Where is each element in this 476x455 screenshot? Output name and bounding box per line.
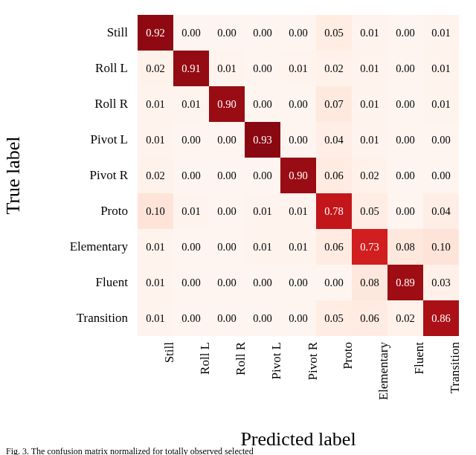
- heatmap-cell: 0.01: [352, 86, 387, 122]
- heatmap-cell: 0.00: [173, 122, 209, 158]
- heatmap-cell: 0.01: [173, 86, 209, 122]
- heatmap-cell: 0.00: [209, 229, 245, 265]
- heatmap-cell: 0.06: [316, 229, 352, 265]
- heatmap-cell: 0.00: [387, 193, 423, 229]
- heatmap-cell: 0.73: [352, 229, 387, 265]
- heatmap-cell: 0.90: [280, 158, 316, 193]
- heatmap-cell: 0.00: [245, 15, 280, 51]
- heatmap-cell: 0.00: [387, 122, 423, 158]
- x-tick-label: Proto: [316, 336, 352, 410]
- heatmap-cell: 0.00: [245, 86, 280, 122]
- heatmap-cell: 0.02: [138, 158, 173, 193]
- heatmap-cell: 0.00: [245, 300, 280, 336]
- heatmap-cell: 0.78: [316, 193, 352, 229]
- heatmap-cell: 0.01: [423, 15, 459, 51]
- x-axis-label: Predicted label: [240, 428, 356, 451]
- x-tick-label: Pivot L: [245, 336, 280, 410]
- heatmap-cell: 0.00: [209, 265, 245, 300]
- x-axis-ticks: StillRoll LRoll RPivot LPivot RProtoElem…: [138, 336, 459, 410]
- heatmap-cell: 0.00: [173, 265, 209, 300]
- heatmap-cell: 0.01: [138, 265, 173, 300]
- heatmap-cell: 0.01: [173, 193, 209, 229]
- heatmap-cell: 0.01: [280, 51, 316, 86]
- heatmap-cell: 0.01: [138, 229, 173, 265]
- x-tick-label: Still: [138, 336, 173, 410]
- heatmap-cell: 0.00: [280, 300, 316, 336]
- heatmap-cell: 0.00: [387, 15, 423, 51]
- heatmap-cell: 0.00: [423, 122, 459, 158]
- heatmap-cell: 0.02: [387, 300, 423, 336]
- heatmap-cell: 0.00: [245, 51, 280, 86]
- heatmap-cell: 0.01: [138, 122, 173, 158]
- heatmap-cell: 0.01: [352, 122, 387, 158]
- heatmap-cell: 0.01: [352, 15, 387, 51]
- heatmap-cell: 0.01: [352, 51, 387, 86]
- heatmap-cell: 0.01: [280, 193, 316, 229]
- figure-caption: Fig. 3. The confusion matrix normalized …: [6, 446, 254, 455]
- y-tick-label: Still: [0, 15, 134, 51]
- heatmap-cell: 0.01: [138, 300, 173, 336]
- heatmap-cell: 0.86: [423, 300, 459, 336]
- heatmap-cell: 0.03: [423, 265, 459, 300]
- heatmap-cell: 0.00: [316, 265, 352, 300]
- heatmap-cell: 0.00: [245, 265, 280, 300]
- y-tick-label: Proto: [0, 193, 134, 229]
- x-tick-label: Elementary: [352, 336, 387, 410]
- y-tick-label: Transition: [0, 300, 134, 336]
- heatmap-cell: 0.06: [316, 158, 352, 193]
- x-tick-label: Roll L: [173, 336, 209, 410]
- heatmap-cell: 0.04: [316, 122, 352, 158]
- heatmap-cell: 0.01: [138, 86, 173, 122]
- heatmap-cell: 0.01: [245, 229, 280, 265]
- heatmap-cell: 0.04: [423, 193, 459, 229]
- x-tick-label: Transition: [423, 336, 459, 410]
- x-tick-label: Pivot R: [280, 336, 316, 410]
- y-tick-label: Roll R: [0, 86, 134, 122]
- heatmap-cell: 0.00: [209, 193, 245, 229]
- heatmap-cell: 0.91: [173, 51, 209, 86]
- y-tick-label: Elementary: [0, 229, 134, 265]
- confusion-matrix-figure: True label Predicted label StillRoll LRo…: [0, 0, 476, 455]
- heatmap-cell: 0.00: [245, 158, 280, 193]
- heatmap-cell: 0.01: [209, 51, 245, 86]
- heatmap-cell: 0.01: [423, 86, 459, 122]
- heatmap-cell: 0.02: [352, 158, 387, 193]
- heatmap-grid: 0.920.000.000.000.000.050.010.000.010.02…: [138, 15, 459, 336]
- y-axis-ticks: StillRoll LRoll RPivot LPivot RProtoElem…: [0, 15, 134, 336]
- x-tick-label: Roll R: [209, 336, 245, 410]
- x-tick-label: Fluent: [387, 336, 423, 410]
- heatmap-cell: 0.00: [423, 158, 459, 193]
- heatmap-cell: 0.06: [352, 300, 387, 336]
- y-tick-label: Pivot L: [0, 122, 134, 158]
- y-tick-label: Pivot R: [0, 158, 134, 193]
- heatmap-cell: 0.02: [316, 51, 352, 86]
- heatmap-cell: 0.05: [352, 193, 387, 229]
- heatmap-cell: 0.01: [245, 193, 280, 229]
- heatmap-cell: 0.00: [209, 122, 245, 158]
- heatmap-cell: 0.92: [138, 15, 173, 51]
- heatmap-cell: 0.00: [209, 158, 245, 193]
- heatmap-cell: 0.00: [209, 300, 245, 336]
- heatmap-cell: 0.00: [173, 300, 209, 336]
- heatmap-plot-area: 0.920.000.000.000.000.050.010.000.010.02…: [138, 15, 459, 336]
- heatmap-cell: 0.01: [423, 51, 459, 86]
- heatmap-cell: 0.00: [280, 86, 316, 122]
- heatmap-cell: 0.01: [280, 229, 316, 265]
- heatmap-cell: 0.00: [280, 122, 316, 158]
- heatmap-cell: 0.89: [387, 265, 423, 300]
- heatmap-cell: 0.08: [387, 229, 423, 265]
- heatmap-cell: 0.07: [316, 86, 352, 122]
- heatmap-cell: 0.93: [245, 122, 280, 158]
- heatmap-cell: 0.90: [209, 86, 245, 122]
- heatmap-cell: 0.10: [138, 193, 173, 229]
- heatmap-cell: 0.02: [138, 51, 173, 86]
- y-tick-label: Fluent: [0, 265, 134, 300]
- y-tick-label: Roll L: [0, 51, 134, 86]
- heatmap-cell: 0.00: [173, 229, 209, 265]
- heatmap-cell: 0.00: [209, 15, 245, 51]
- heatmap-cell: 0.00: [280, 15, 316, 51]
- heatmap-cell: 0.05: [316, 300, 352, 336]
- heatmap-cell: 0.00: [387, 51, 423, 86]
- heatmap-cell: 0.10: [423, 229, 459, 265]
- heatmap-cell: 0.00: [387, 86, 423, 122]
